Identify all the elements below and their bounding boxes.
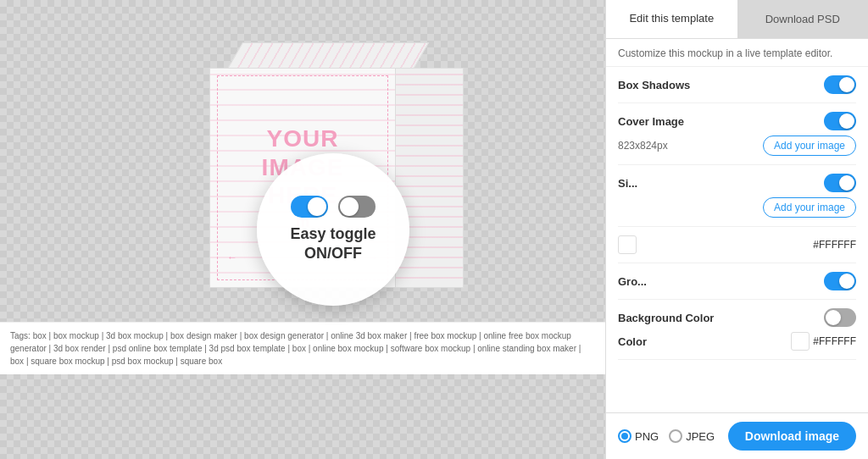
- tooltip-text: Easy toggle ON/OFF: [290, 224, 376, 264]
- color-swatch: [618, 235, 637, 254]
- color-row: #FFFFFF: [618, 227, 856, 263]
- color-box-white[interactable]: [618, 235, 637, 254]
- side-image-toggle[interactable]: [824, 174, 856, 192]
- png-radio[interactable]: [618, 429, 632, 443]
- png-option[interactable]: PNG: [618, 429, 659, 443]
- cover-image-row: Cover Image: [618, 103, 856, 132]
- tooltip-toggle-off-icon: [338, 196, 376, 218]
- box-shadows-toggle[interactable]: [824, 75, 856, 94]
- cover-image-add-button[interactable]: Add your image: [763, 135, 856, 156]
- settings-area: Box Shadows Cover Image 823x824px Add yo…: [606, 67, 868, 412]
- download-button[interactable]: Download image: [728, 422, 856, 451]
- tags-bar: Tags: box | box mockup | 3d box mockup |…: [0, 322, 605, 374]
- tab-bar: Edit this template Download PSD: [606, 0, 868, 39]
- bg-color-label: Background Color: [618, 312, 714, 324]
- panel-subtitle: Customize this mockup in a live template…: [606, 39, 868, 67]
- color-value-label: #FFFFFF: [813, 239, 856, 251]
- group-row: Gro...: [618, 263, 856, 300]
- cover-image-label: Cover Image: [618, 115, 684, 128]
- bg-color-sub-label: Color: [618, 335, 647, 348]
- jpeg-radio[interactable]: [669, 429, 682, 443]
- box-shadows-label: Box Shadows: [618, 79, 690, 91]
- right-panel: Edit this template Download PSD Customiz…: [605, 0, 868, 459]
- bg-color-swatch: #FFFFFF: [791, 332, 856, 351]
- box-top-face: [227, 42, 429, 69]
- bg-color-value: #FFFFFF: [813, 335, 856, 347]
- tooltip-circle: Easy toggle ON/OFF: [257, 153, 409, 306]
- box-shadows-row: Box Shadows: [618, 67, 856, 103]
- box-arrow-left: ←: [227, 252, 237, 263]
- group-toggle[interactable]: [824, 272, 856, 290]
- side-image-add-button[interactable]: Add your image: [763, 197, 856, 218]
- format-options: PNG JPEG: [618, 429, 715, 443]
- bg-color-row: Background Color: [618, 300, 856, 329]
- tooltip-overlay: Easy toggle ON/OFF: [257, 153, 409, 306]
- side-image-label: Si...: [618, 177, 637, 190]
- cover-image-size: 823x824px: [618, 140, 668, 152]
- cover-image-toggle[interactable]: [824, 112, 856, 130]
- main-layout: YOUR IMAGE HERE m ← → Easy: [0, 0, 868, 459]
- tooltip-toggles: [291, 196, 376, 218]
- bg-color-toggle[interactable]: [824, 308, 856, 327]
- cover-image-sub-row: 823x824px Add your image: [618, 132, 856, 165]
- side-image-sub-row: Add your image: [618, 194, 856, 227]
- jpeg-label: JPEG: [686, 430, 715, 443]
- bg-color-sub-row: Color #FFFFFF: [618, 329, 856, 360]
- bottom-bar: PNG JPEG Download image: [606, 412, 868, 459]
- jpeg-option[interactable]: JPEG: [669, 429, 715, 443]
- tags-text: Tags: box | box mockup | 3d box mockup |…: [10, 331, 581, 366]
- left-panel: YOUR IMAGE HERE m ← → Easy: [0, 0, 605, 459]
- tab-edit-template[interactable]: Edit this template: [606, 0, 737, 38]
- side-image-row: Si...: [618, 165, 856, 194]
- tab-download-psd[interactable]: Download PSD: [737, 0, 869, 38]
- bg-color-box[interactable]: [791, 332, 810, 351]
- group-label: Gro...: [618, 275, 647, 288]
- png-label: PNG: [635, 430, 659, 443]
- tooltip-toggle-on-icon: [291, 196, 328, 218]
